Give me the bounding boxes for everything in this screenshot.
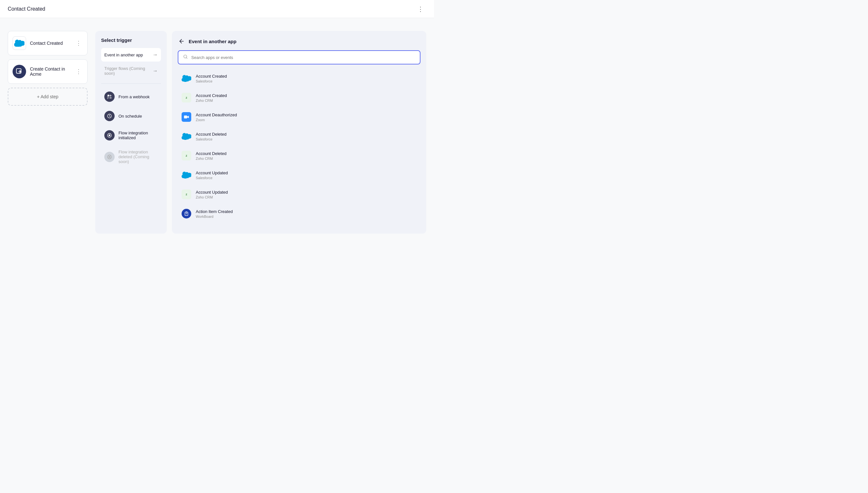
svg-text:Z: Z bbox=[186, 154, 187, 157]
event-item-account-updated-sf[interactable]: Account Updated Salesforce bbox=[178, 166, 420, 184]
zoho-icon-1: Z bbox=[181, 150, 192, 161]
event-item-account-deauthorized-zoom[interactable]: Account Deauthorized Zoom bbox=[178, 108, 420, 126]
salesforce-icon-2 bbox=[181, 170, 192, 180]
event-item-account-created-sf-name: Account Created bbox=[196, 74, 417, 79]
trigger-option-schedule[interactable]: On schedule bbox=[101, 107, 161, 125]
event-item-action-item-created-wb-name: Action Item Created bbox=[196, 209, 417, 214]
step-contact-created-more-button[interactable]: ⋮ bbox=[74, 39, 83, 47]
flow-deleted-icon bbox=[104, 152, 115, 162]
add-step-card[interactable]: + Add step bbox=[8, 88, 88, 106]
event-item-account-deleted-zoho-info: Account Deleted Zoho CRM bbox=[196, 151, 417, 160]
event-item-action-item-created-wb-source: WorkBoard bbox=[196, 215, 417, 218]
main-content: Contact Created ⋮ Create Contact in Acme… bbox=[0, 18, 434, 246]
trigger-option-schedule-label: On schedule bbox=[118, 114, 142, 119]
svg-rect-9 bbox=[184, 116, 187, 119]
event-item-action-item-deleted[interactable]: Action Item Deleted bbox=[178, 223, 420, 227]
event-item-account-deleted-zoho-source: Zoho CRM bbox=[196, 156, 417, 160]
schedule-icon bbox=[104, 111, 115, 121]
event-item-account-deleted-sf-info: Account Deleted Salesforce bbox=[196, 132, 417, 141]
event-panel: Event in another app bbox=[172, 31, 426, 234]
trigger-item-flows-arrow: → bbox=[153, 68, 158, 74]
event-item-account-created-zoho[interactable]: Z Account Created Zoho CRM bbox=[178, 88, 420, 107]
trigger-item-flows-label: Trigger flows (Coming soon) bbox=[104, 66, 153, 76]
svg-text:Z: Z bbox=[186, 193, 187, 196]
event-item-account-deleted-sf-name: Account Deleted bbox=[196, 132, 417, 136]
event-item-account-deauthorized-zoom-source: Zoom bbox=[196, 118, 417, 122]
event-item-account-deauthorized-zoom-name: Account Deauthorized bbox=[196, 112, 417, 117]
trigger-option-flow-init[interactable]: Flow integration initialized bbox=[101, 126, 161, 144]
header-menu-button[interactable]: ⋮ bbox=[415, 4, 426, 14]
svg-point-4 bbox=[109, 134, 110, 136]
event-item-account-deleted-sf[interactable]: Account Deleted Salesforce bbox=[178, 127, 420, 146]
step-contact-created[interactable]: Contact Created ⋮ bbox=[8, 31, 88, 56]
event-item-account-created-zoho-info: Account Created Zoho CRM bbox=[196, 93, 417, 103]
event-panel-header: Event in another app bbox=[178, 37, 420, 45]
events-list: Account Created Salesforce Z Account Cre… bbox=[178, 69, 420, 227]
event-item-account-updated-zoho-name: Account Updated bbox=[196, 190, 417, 195]
header: Contact Created ⋮ bbox=[0, 0, 434, 18]
trigger-option-webhook-label: From a webhook bbox=[118, 94, 150, 99]
event-item-account-deauthorized-zoom-info: Account Deauthorized Zoom bbox=[196, 112, 417, 122]
step-create-contact-acme-label: Create Contact in Acme bbox=[30, 66, 70, 77]
event-item-account-deleted-sf-source: Salesforce bbox=[196, 137, 417, 141]
search-icon bbox=[183, 54, 188, 61]
trigger-item-trigger-flows[interactable]: Trigger flows (Coming soon) → bbox=[101, 62, 161, 80]
trigger-panel-title: Select trigger bbox=[101, 37, 161, 43]
event-item-account-created-sf-source: Salesforce bbox=[196, 79, 417, 83]
search-input[interactable] bbox=[191, 55, 415, 60]
trigger-item-event-another-app[interactable]: Event in another app → bbox=[101, 48, 161, 62]
event-item-account-deleted-zoho[interactable]: Z Account Deleted Zoho CRM bbox=[178, 146, 420, 165]
event-item-account-updated-zoho-info: Account Updated Zoho CRM bbox=[196, 190, 417, 199]
add-step-label: + Add step bbox=[37, 94, 59, 99]
event-item-account-created-zoho-source: Zoho CRM bbox=[196, 99, 417, 103]
event-item-account-updated-zoho-source: Zoho CRM bbox=[196, 195, 417, 199]
acme-step-icon bbox=[13, 65, 26, 78]
trigger-item-event-label: Event in another app bbox=[104, 52, 143, 57]
step-create-contact-acme-more-button[interactable]: ⋮ bbox=[74, 67, 83, 76]
event-item-account-created-zoho-name: Account Created bbox=[196, 93, 417, 98]
step-contact-created-label: Contact Created bbox=[30, 41, 70, 46]
event-item-account-updated-sf-name: Account Updated bbox=[196, 170, 417, 175]
trigger-panel: Select trigger Event in another app → Tr… bbox=[95, 31, 167, 234]
event-panel-title: Event in another app bbox=[189, 39, 236, 44]
search-box[interactable] bbox=[178, 50, 420, 64]
zoho-icon-2: Z bbox=[181, 189, 192, 200]
workflow-panel: Contact Created ⋮ Create Contact in Acme… bbox=[8, 31, 88, 234]
trigger-option-webhook[interactable]: From a webhook bbox=[101, 88, 161, 106]
page-title: Contact Created bbox=[8, 6, 45, 12]
event-item-account-created-sf-info: Account Created Salesforce bbox=[196, 74, 417, 83]
event-item-action-item-created-wb-info: Action Item Created WorkBoard bbox=[196, 209, 417, 218]
step-create-contact-acme[interactable]: Create Contact in Acme ⋮ bbox=[8, 59, 88, 84]
trigger-item-event-arrow: → bbox=[153, 52, 158, 58]
event-item-account-updated-zoho[interactable]: Z Account Updated Zoho CRM bbox=[178, 185, 420, 203]
zoho-icon-0: Z bbox=[181, 92, 192, 103]
trigger-option-flow-deleted: Flow integration deleted (Coming soon) bbox=[101, 146, 161, 168]
trigger-divider bbox=[101, 83, 161, 84]
zoom-icon-0 bbox=[181, 111, 192, 123]
webhook-icon bbox=[104, 91, 115, 102]
event-item-action-item-created-wb[interactable]: Action Item Created WorkBoard bbox=[178, 204, 420, 223]
event-item-account-updated-sf-source: Salesforce bbox=[196, 176, 417, 180]
back-button[interactable] bbox=[178, 37, 185, 45]
trigger-option-flow-init-label: Flow integration initialized bbox=[118, 130, 158, 140]
salesforce-step-icon bbox=[13, 37, 26, 50]
salesforce-icon-0 bbox=[181, 73, 192, 84]
workboard-icon-0 bbox=[181, 208, 192, 219]
svg-text:Z: Z bbox=[186, 97, 187, 99]
flow-init-icon bbox=[104, 130, 115, 141]
event-item-account-deleted-zoho-name: Account Deleted bbox=[196, 151, 417, 156]
svg-rect-1 bbox=[108, 95, 109, 97]
event-item-account-updated-sf-info: Account Updated Salesforce bbox=[196, 170, 417, 180]
trigger-option-flow-deleted-label: Flow integration deleted (Coming soon) bbox=[118, 150, 158, 164]
event-item-account-created-sf[interactable]: Account Created Salesforce bbox=[178, 69, 420, 88]
salesforce-icon-1 bbox=[181, 131, 192, 142]
